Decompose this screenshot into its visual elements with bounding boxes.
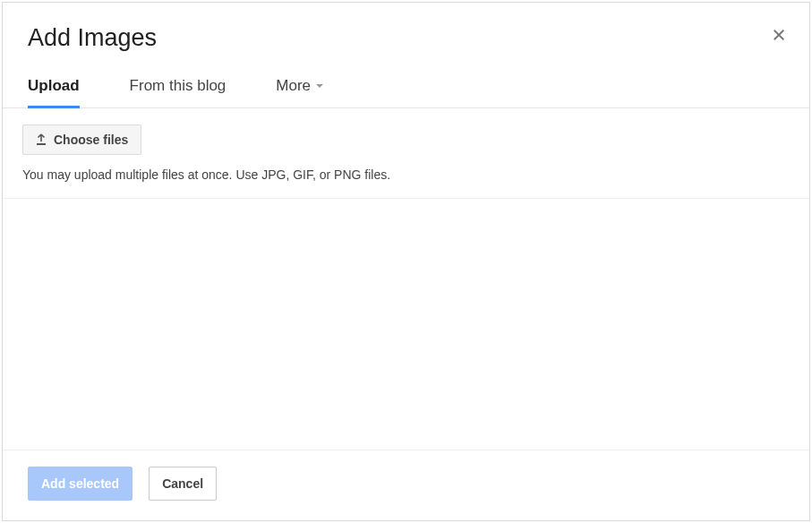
dialog-footer: Add selected Cancel xyxy=(3,450,809,520)
tab-upload[interactable]: Upload xyxy=(28,77,80,108)
tab-more[interactable]: More xyxy=(276,77,323,107)
choose-files-label: Choose files xyxy=(54,133,128,147)
upload-icon xyxy=(36,133,47,146)
choose-files-button[interactable]: Choose files xyxy=(22,124,141,155)
add-images-dialog: Add Images Upload From this blog More xyxy=(2,2,810,521)
svg-rect-0 xyxy=(37,143,46,145)
tab-from-this-blog[interactable]: From this blog xyxy=(130,77,227,107)
tabs: Upload From this blog More xyxy=(3,77,809,108)
tab-upload-label: Upload xyxy=(28,77,80,95)
tab-more-label: More xyxy=(276,77,311,95)
content-area: Choose files You may upload multiple fil… xyxy=(3,108,809,450)
dialog-header: Add Images xyxy=(3,3,809,77)
close-icon[interactable] xyxy=(770,26,788,44)
drop-area[interactable] xyxy=(3,199,809,450)
cancel-button[interactable]: Cancel xyxy=(149,467,217,501)
chevron-down-icon xyxy=(316,84,323,88)
upload-section: Choose files You may upload multiple fil… xyxy=(3,108,809,199)
upload-hint-text: You may upload multiple files at once. U… xyxy=(22,167,790,182)
tab-from-blog-label: From this blog xyxy=(130,77,227,95)
add-selected-button[interactable]: Add selected xyxy=(28,467,132,501)
dialog-title: Add Images xyxy=(28,24,784,52)
